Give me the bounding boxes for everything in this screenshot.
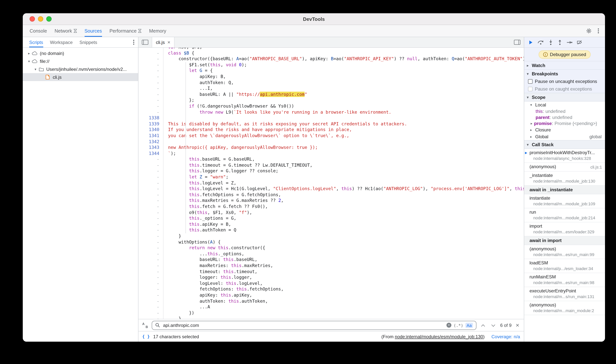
previous-match-button[interactable] [480, 322, 487, 329]
chevron-right-icon[interactable]: ▸ [27, 51, 31, 55]
step-icon[interactable] [567, 40, 572, 44]
line-gutter[interactable]: - [139, 62, 164, 68]
tab-sources[interactable]: Sources [84, 25, 102, 37]
line-gutter[interactable]: - [139, 292, 164, 298]
line-gutter[interactable]: - [139, 233, 164, 239]
line-gutter[interactable]: 1339 [139, 121, 164, 127]
line-gutter[interactable]: - [139, 269, 164, 275]
line-gutter[interactable]: 1338 [139, 115, 164, 121]
toggle-navigator-icon[interactable] [142, 40, 148, 45]
line-gutter[interactable]: - [139, 216, 164, 221]
window-titlebar[interactable]: DevTools [23, 13, 605, 25]
clear-search-icon[interactable]: × [447, 323, 451, 328]
deactivate-breakpoints-icon[interactable] [577, 40, 582, 44]
section-watch[interactable]: ▸ Watch [524, 61, 605, 69]
line-gutter[interactable]: - [139, 162, 164, 168]
checkbox[interactable] [528, 79, 532, 84]
line-gutter[interactable]: - [139, 86, 164, 91]
regex-toggle[interactable]: (.*) [454, 323, 463, 327]
scope-variable-this[interactable]: this:undefined [524, 108, 605, 114]
line-gutter[interactable]: - [139, 157, 164, 162]
line-gutter[interactable]: - [139, 104, 164, 109]
section-breakpoints[interactable]: ▾ Breakpoints [524, 69, 605, 78]
tab-network[interactable]: Network [55, 25, 77, 37]
line-gutter[interactable]: - [139, 48, 164, 50]
call-stack-frame[interactable]: runnode:internal/m...module_job:214 [524, 208, 605, 222]
tree-item-users-jinhuilee-nvm-versions-node-v2-[interactable]: ▾Users/jinhuilee/.nvm/versions/node/v2..… [23, 65, 138, 73]
line-gutter[interactable]: - [139, 245, 164, 251]
line-gutter[interactable]: - [139, 239, 164, 245]
step-into-icon[interactable] [548, 39, 553, 45]
pretty-print-icon[interactable]: { } [142, 334, 150, 339]
line-gutter[interactable]: - [139, 80, 164, 86]
call-stack-frame[interactable]: (anonymous)cli.js:1 [524, 163, 605, 172]
tab-console[interactable]: Console [29, 25, 47, 37]
match-case-toggle[interactable]: Aa [465, 323, 473, 328]
line-gutter[interactable]: - [139, 298, 164, 304]
line-gutter[interactable]: 1341 [139, 133, 164, 139]
navigator-tab-snippets[interactable]: Snippets [80, 37, 97, 47]
line-gutter[interactable]: - [139, 204, 164, 210]
line-gutter[interactable]: - [139, 257, 164, 263]
line-gutter[interactable]: - [139, 221, 164, 227]
coverage-link[interactable]: Coverage: n/a [491, 334, 520, 339]
chevron-down-icon[interactable]: ▾ [33, 67, 38, 71]
chevron-down-icon[interactable]: ▾ [27, 59, 31, 63]
step-over-icon[interactable] [537, 40, 544, 45]
tree-item-cli-js[interactable]: cli.js [23, 73, 138, 81]
line-gutter[interactable]: - [139, 186, 164, 192]
line-gutter[interactable]: 1343 [139, 145, 164, 151]
scope-group-local[interactable]: ▾Local [524, 102, 605, 108]
navigator-more-options-icon[interactable] [132, 39, 135, 45]
line-gutter[interactable]: - [139, 168, 164, 174]
line-gutter[interactable]: 1344 [139, 151, 164, 156]
call-stack-frame[interactable]: runMainESMnode:internal/m...es/run_main:… [524, 273, 605, 287]
settings-gear-icon[interactable] [586, 28, 592, 34]
source-origin-link[interactable]: node:internal/modules/esm/module_job:130 [395, 334, 483, 339]
call-stack-frame[interactable]: (anonymous)node:internal/m...main_module… [524, 301, 605, 315]
close-search-icon[interactable]: × [515, 322, 520, 328]
line-gutter[interactable]: - [139, 174, 164, 180]
search-input[interactable] [162, 322, 444, 328]
file-tab-clijs[interactable]: cli.js × [152, 37, 174, 47]
scope-group-closure[interactable]: ▸Closure [524, 127, 605, 133]
line-gutter[interactable]: - [139, 109, 164, 115]
line-gutter[interactable]: - [139, 304, 164, 310]
call-stack-frame[interactable]: ▶promiseInitHookWithDestroyTr...node:int… [524, 149, 605, 163]
line-gutter[interactable]: - [139, 198, 164, 204]
code-editor[interactable]: -var Xs0, $F1,-class $B {- constructor({… [139, 48, 524, 319]
close-tab-icon[interactable]: × [168, 40, 170, 45]
line-gutter[interactable]: - [139, 251, 164, 257]
step-out-icon[interactable] [558, 39, 562, 45]
line-gutter[interactable]: - [139, 192, 164, 198]
line-gutter[interactable]: - [139, 92, 164, 98]
tree-item--no-domain-[interactable]: ▸(no domain) [23, 49, 138, 57]
navigator-tab-workspace[interactable]: Workspace [50, 37, 73, 47]
tab-performance[interactable]: Performance [110, 25, 141, 37]
line-gutter[interactable]: - [139, 180, 164, 186]
next-match-button[interactable] [490, 322, 497, 329]
tree-item-file-[interactable]: ▾file:// [23, 57, 138, 65]
line-gutter[interactable]: 1342 [139, 139, 164, 145]
line-gutter[interactable]: - [139, 310, 164, 316]
line-gutter[interactable]: - [139, 275, 164, 280]
more-options-icon[interactable] [597, 28, 600, 34]
line-gutter[interactable]: - [139, 263, 164, 269]
line-gutter[interactable]: - [139, 281, 164, 286]
call-stack-frame[interactable]: instantiatenode:internal/m...module_job:… [524, 194, 605, 208]
ab-order-icon[interactable]: AB [142, 322, 148, 328]
line-gutter[interactable]: - [139, 68, 164, 74]
resume-icon[interactable] [528, 40, 533, 44]
tab-memory[interactable]: Memory [149, 25, 166, 37]
line-gutter[interactable]: - [139, 56, 164, 62]
navigator-tab-scripts[interactable]: Scripts [29, 37, 43, 47]
toggle-debugger-sidebar-icon[interactable] [514, 40, 520, 45]
call-stack-frame[interactable]: _instantiatenode:internal/m...module_job… [524, 172, 605, 186]
line-gutter[interactable]: - [139, 227, 164, 233]
line-gutter[interactable]: - [139, 98, 164, 104]
line-gutter[interactable]: - [139, 286, 164, 292]
line-gutter[interactable]: - [139, 50, 164, 56]
scope-group-global[interactable]: ▸Globalglobal [524, 133, 605, 140]
line-gutter[interactable]: - [139, 316, 164, 319]
line-gutter[interactable]: 1340 [139, 127, 164, 133]
